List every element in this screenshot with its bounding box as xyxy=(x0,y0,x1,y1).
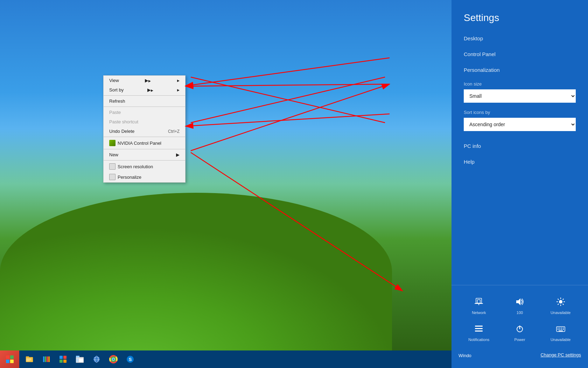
settings-icon-brightness[interactable]: Unavailable xyxy=(547,294,575,318)
keyboard-label: Unavailable xyxy=(551,338,570,342)
menu-item-paste[interactable]: Paste xyxy=(104,108,185,117)
taskbar-control-panel[interactable] xyxy=(55,352,71,367)
menu-item-new[interactable]: New ▶ xyxy=(104,150,185,159)
settings-icon-power[interactable]: Power xyxy=(506,321,534,345)
menu-separator-1 xyxy=(104,95,185,96)
taskbar-ie[interactable] xyxy=(89,352,104,367)
settings-link-control-panel[interactable]: Control Panel xyxy=(451,46,588,62)
svg-rect-24 xyxy=(475,330,483,332)
taskbar-icons: S xyxy=(19,352,139,367)
settings-link-pcinfo[interactable]: PC info xyxy=(451,138,588,154)
desktop-hill xyxy=(0,193,392,350)
brightness-icon xyxy=(556,297,566,309)
taskbar-file-manager[interactable] xyxy=(22,352,37,367)
svg-rect-52 xyxy=(76,359,78,362)
settings-icon-keyboard[interactable]: Unavailable xyxy=(547,321,575,345)
svg-rect-43 xyxy=(45,356,46,362)
settings-icon-network[interactable]: Network xyxy=(465,294,493,318)
svg-rect-38 xyxy=(26,356,29,358)
svg-rect-39 xyxy=(26,359,31,359)
svg-line-21 xyxy=(558,304,559,305)
power-icon xyxy=(515,324,525,336)
settings-link-desktop[interactable]: Desktop xyxy=(451,30,588,46)
menu-arrow-view: ▶ xyxy=(145,78,151,83)
settings-icon-notifications[interactable]: Notifications xyxy=(465,321,493,345)
svg-rect-33 xyxy=(559,329,560,330)
svg-line-1 xyxy=(186,58,390,86)
context-menu: View ▶ Sort by ▶ Refresh Paste Paste sho… xyxy=(103,75,186,183)
svg-rect-32 xyxy=(558,329,559,330)
svg-point-63 xyxy=(112,358,114,360)
menu-item-nvidia[interactable]: NVIDIA Control Panel xyxy=(104,138,185,148)
taskbar-skype[interactable]: S xyxy=(122,352,138,367)
menu-separator-4 xyxy=(104,149,185,149)
svg-rect-40 xyxy=(26,360,31,360)
svg-rect-47 xyxy=(63,356,66,359)
svg-line-19 xyxy=(562,304,564,305)
menu-item-undo-delete[interactable]: Undo Delete Ctrl+Z xyxy=(104,127,185,136)
keyboard-icon xyxy=(556,324,566,336)
screen-resolution-icon xyxy=(109,163,115,170)
volume-label: 100 xyxy=(517,311,523,315)
settings-icons-row-1: Network 100 xyxy=(458,294,581,318)
menu-item-view[interactable]: View ▶ xyxy=(104,76,185,85)
menu-arrow-sortby: ▶ xyxy=(147,87,153,93)
nvidia-icon xyxy=(109,140,115,146)
svg-text:S: S xyxy=(129,357,132,362)
settings-link-help[interactable]: Help xyxy=(451,154,588,170)
svg-rect-46 xyxy=(59,356,63,359)
svg-rect-22 xyxy=(475,326,483,327)
personalize-icon xyxy=(109,174,115,180)
settings-icon-size-dropdown[interactable]: Small Medium Large xyxy=(464,89,576,103)
start-button[interactable] xyxy=(0,350,19,368)
settings-icons-row-2: Notifications Power xyxy=(458,321,581,345)
menu-separator-5 xyxy=(104,160,185,161)
settings-title: Settings xyxy=(451,0,588,30)
svg-marker-12 xyxy=(516,298,520,305)
svg-rect-42 xyxy=(43,356,44,362)
svg-rect-9 xyxy=(477,300,480,303)
svg-line-20 xyxy=(562,299,564,300)
network-label: Network xyxy=(472,311,486,315)
settings-panel: Settings Desktop Control Panel Personali… xyxy=(451,0,588,368)
menu-item-screen-resolution[interactable]: Screen resolution xyxy=(104,161,185,172)
settings-icon-size-label: Icon size xyxy=(464,81,576,87)
settings-link-personalization[interactable]: Personalization xyxy=(451,62,588,78)
menu-item-sortby[interactable]: Sort by ▶ xyxy=(104,85,185,95)
change-pc-settings-link[interactable]: Change PC settings xyxy=(540,349,581,362)
windows-logo xyxy=(6,355,14,363)
svg-rect-23 xyxy=(475,328,483,329)
settings-icon-size-section: Icon size Small Medium Large xyxy=(451,78,588,106)
svg-line-18 xyxy=(558,299,559,300)
svg-rect-45 xyxy=(48,356,50,362)
menu-item-refresh[interactable]: Refresh xyxy=(104,96,185,106)
svg-rect-31 xyxy=(563,328,564,328)
svg-rect-49 xyxy=(63,360,66,363)
menu-item-paste-shortcut[interactable]: Paste shortcut xyxy=(104,117,185,127)
svg-line-2 xyxy=(186,84,390,86)
settings-sort-dropdown[interactable]: Ascending order Descending order Name Si… xyxy=(464,118,576,131)
svg-rect-28 xyxy=(558,328,559,328)
menu-separator-3 xyxy=(104,137,185,137)
svg-rect-48 xyxy=(59,360,63,363)
svg-rect-10 xyxy=(476,298,482,303)
settings-icon-volume[interactable]: 100 xyxy=(506,294,534,318)
windows-text: Windo xyxy=(458,353,471,358)
taskbar-windows-explorer[interactable] xyxy=(72,352,88,367)
svg-rect-51 xyxy=(76,356,79,357)
menu-arrow-new: ▶ xyxy=(176,152,180,157)
network-icon xyxy=(474,297,484,309)
svg-rect-36 xyxy=(559,330,563,331)
svg-rect-35 xyxy=(563,329,564,330)
svg-rect-34 xyxy=(561,329,562,330)
svg-rect-53 xyxy=(79,359,83,362)
svg-rect-41 xyxy=(26,361,30,361)
taskbar-library[interactable] xyxy=(38,352,54,367)
brightness-label: Unavailable xyxy=(551,311,570,315)
svg-rect-30 xyxy=(561,328,562,328)
menu-item-personalize[interactable]: Personalize xyxy=(104,172,185,182)
taskbar-chrome[interactable] xyxy=(106,352,121,367)
settings-bottom-icons: Network 100 xyxy=(451,291,588,368)
svg-point-13 xyxy=(559,300,562,304)
svg-rect-44 xyxy=(47,356,48,362)
